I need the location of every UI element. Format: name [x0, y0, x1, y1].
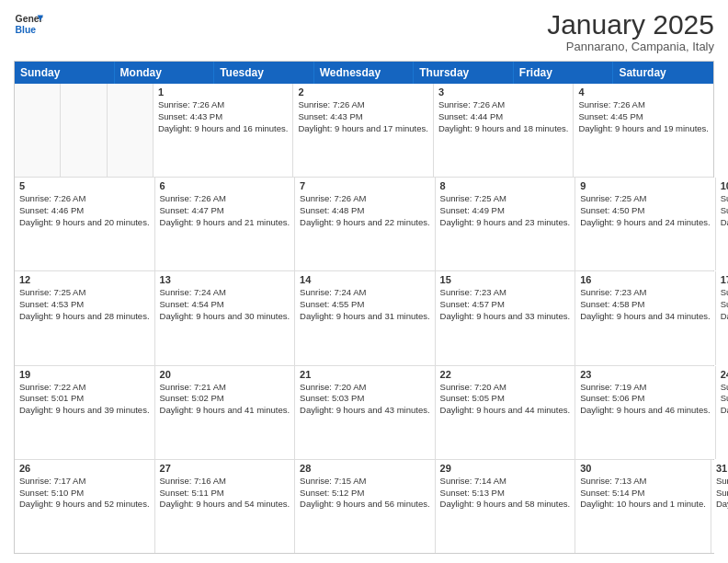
day-number: 24 [721, 369, 728, 380]
daylight-line: Daylight: 9 hours and 30 minutes. [160, 311, 290, 323]
cal-cell-5-4: 29Sunrise: 7:14 AMSunset: 5:13 PMDayligh… [436, 460, 576, 553]
day-number: 17 [721, 274, 728, 285]
calendar: Sunday Monday Tuesday Wednesday Thursday… [14, 61, 714, 554]
day-number: 4 [578, 86, 709, 98]
sunset-line: Sunset: 5:01 PM [19, 393, 150, 405]
daylight-line: Daylight: 9 hours and 17 minutes. [298, 123, 428, 135]
header-sunday: Sunday [15, 62, 115, 84]
sunset-line: Sunset: 4:44 PM [438, 111, 569, 123]
sunrise-line: Sunrise: 7:20 AM [440, 382, 571, 394]
day-number: 14 [300, 274, 430, 285]
sunset-line: Sunset: 5:16 PM [716, 488, 728, 500]
sunrise-line: Sunrise: 7:23 AM [440, 287, 571, 299]
cal-cell-2-4: 8Sunrise: 7:25 AMSunset: 4:49 PMDaylight… [436, 178, 576, 270]
daylight-line: Daylight: 9 hours and 18 minutes. [438, 123, 569, 135]
cal-cell-4-5: 23Sunrise: 7:19 AMSunset: 5:06 PMDayligh… [575, 366, 716, 459]
daylight-line: Daylight: 9 hours and 19 minutes. [578, 123, 709, 135]
sunrise-line: Sunrise: 7:17 AM [19, 476, 150, 488]
header-friday: Friday [514, 62, 614, 84]
day-number: 22 [440, 369, 571, 380]
sunset-line: Sunset: 4:54 PM [160, 299, 290, 311]
sunset-line: Sunset: 4:53 PM [19, 299, 150, 311]
sunrise-line: Sunrise: 7:25 AM [440, 193, 571, 205]
day-number: 31 [716, 463, 728, 474]
title-block: January 2025 Pannarano, Campania, Italy [547, 9, 714, 53]
calendar-body: 1Sunrise: 7:26 AMSunset: 4:43 PMDaylight… [15, 84, 713, 553]
month-title: January 2025 [547, 9, 714, 40]
daylight-line: Daylight: 10 hours and 1 minute. [580, 499, 706, 511]
calendar-row-3: 12Sunrise: 7:25 AMSunset: 4:53 PMDayligh… [15, 271, 713, 365]
daylight-line: Daylight: 9 hours and 34 minutes. [580, 311, 711, 323]
cal-cell-1-3 [108, 84, 154, 177]
sunrise-line: Sunrise: 7:26 AM [438, 99, 569, 111]
daylight-line: Daylight: 9 hours and 41 minutes. [160, 405, 290, 417]
day-number: 8 [440, 180, 571, 191]
daylight-line: Daylight: 9 hours and 48 minutes. [721, 405, 728, 417]
daylight-line: Daylight: 9 hours and 54 minutes. [160, 499, 290, 511]
daylight-line: Daylight: 9 hours and 58 minutes. [440, 499, 571, 511]
daylight-line: Daylight: 10 hours and 3 minutes. [716, 499, 728, 511]
cal-cell-5-5: 30Sunrise: 7:13 AMSunset: 5:14 PMDayligh… [575, 460, 711, 553]
sunrise-line: Sunrise: 7:16 AM [160, 476, 290, 488]
sunrise-line: Sunrise: 7:26 AM [158, 99, 289, 111]
daylight-line: Daylight: 9 hours and 56 minutes. [300, 499, 430, 511]
sunrise-line: Sunrise: 7:25 AM [721, 193, 728, 205]
sunrise-line: Sunrise: 7:24 AM [300, 287, 430, 299]
sunrise-line: Sunrise: 7:22 AM [19, 382, 150, 394]
day-number: 15 [440, 274, 571, 285]
daylight-line: Daylight: 9 hours and 21 minutes. [160, 217, 290, 229]
header-saturday: Saturday [613, 62, 713, 84]
sunrise-line: Sunrise: 7:14 AM [440, 476, 571, 488]
daylight-line: Daylight: 9 hours and 46 minutes. [580, 405, 711, 417]
calendar-row-2: 5Sunrise: 7:26 AMSunset: 4:46 PMDaylight… [15, 178, 713, 271]
sunset-line: Sunset: 5:12 PM [300, 488, 430, 500]
day-number: 16 [580, 274, 711, 285]
day-number: 9 [580, 180, 711, 191]
daylight-line: Daylight: 9 hours and 52 minutes. [19, 499, 150, 511]
sunset-line: Sunset: 5:05 PM [440, 393, 571, 405]
day-number: 7 [300, 180, 430, 191]
logo-icon: General Blue [14, 9, 43, 39]
calendar-row-4: 19Sunrise: 7:22 AMSunset: 5:01 PMDayligh… [15, 366, 713, 460]
day-number: 13 [160, 274, 290, 285]
cal-cell-5-1: 26Sunrise: 7:17 AMSunset: 5:10 PMDayligh… [15, 460, 155, 553]
calendar-row-5: 26Sunrise: 7:17 AMSunset: 5:10 PMDayligh… [15, 460, 713, 553]
day-number: 20 [160, 369, 290, 380]
sunrise-line: Sunrise: 7:25 AM [580, 193, 711, 205]
day-number: 19 [19, 369, 150, 380]
cal-cell-5-2: 27Sunrise: 7:16 AMSunset: 5:11 PMDayligh… [155, 460, 296, 553]
cal-cell-2-1: 5Sunrise: 7:26 AMSunset: 4:46 PMDaylight… [15, 178, 155, 270]
header-tuesday: Tuesday [214, 62, 314, 84]
sunrise-line: Sunrise: 7:12 AM [716, 476, 728, 488]
sunset-line: Sunset: 4:48 PM [300, 205, 430, 217]
cal-cell-3-5: 16Sunrise: 7:23 AMSunset: 4:58 PMDayligh… [575, 271, 716, 364]
cal-cell-2-6: 10Sunrise: 7:25 AMSunset: 4:51 PMDayligh… [716, 178, 728, 270]
sunset-line: Sunset: 5:13 PM [440, 488, 571, 500]
cal-cell-3-3: 14Sunrise: 7:24 AMSunset: 4:55 PMDayligh… [295, 271, 436, 364]
day-number: 6 [160, 180, 290, 191]
header: General Blue January 2025 Pannarano, Cam… [14, 9, 714, 53]
cal-cell-4-2: 20Sunrise: 7:21 AMSunset: 5:02 PMDayligh… [155, 366, 296, 459]
sunset-line: Sunset: 4:50 PM [580, 205, 711, 217]
sunset-line: Sunset: 4:58 PM [580, 299, 711, 311]
sunset-line: Sunset: 4:43 PM [158, 111, 289, 123]
day-number: 30 [580, 463, 706, 474]
header-thursday: Thursday [414, 62, 514, 84]
day-number: 10 [721, 180, 728, 191]
day-number: 12 [19, 274, 150, 285]
daylight-line: Daylight: 9 hours and 16 minutes. [158, 123, 289, 135]
daylight-line: Daylight: 9 hours and 36 minutes. [721, 311, 728, 323]
sunrise-line: Sunrise: 7:15 AM [300, 476, 430, 488]
cal-cell-1-4: 1Sunrise: 7:26 AMSunset: 4:43 PMDaylight… [154, 84, 294, 177]
daylight-line: Daylight: 9 hours and 31 minutes. [300, 311, 430, 323]
sunrise-line: Sunrise: 7:25 AM [19, 287, 150, 299]
cal-cell-2-2: 6Sunrise: 7:26 AMSunset: 4:47 PMDaylight… [155, 178, 296, 270]
cal-cell-3-2: 13Sunrise: 7:24 AMSunset: 4:54 PMDayligh… [155, 271, 296, 364]
sunset-line: Sunset: 4:59 PM [721, 299, 728, 311]
sunset-line: Sunset: 4:51 PM [721, 205, 728, 217]
day-number: 29 [440, 463, 571, 474]
sunrise-line: Sunrise: 7:24 AM [160, 287, 290, 299]
sunset-line: Sunset: 4:45 PM [578, 111, 709, 123]
daylight-line: Daylight: 9 hours and 24 minutes. [580, 217, 711, 229]
sunset-line: Sunset: 5:14 PM [580, 488, 706, 500]
